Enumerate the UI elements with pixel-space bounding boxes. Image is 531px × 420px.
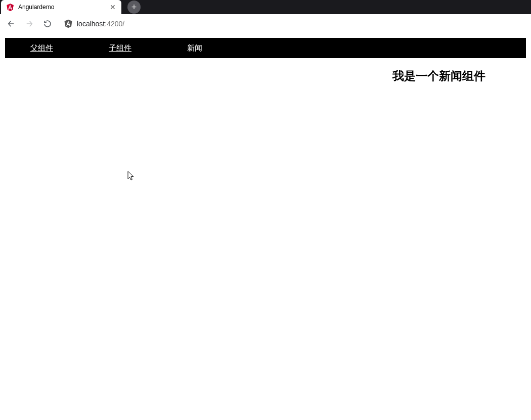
- reload-button[interactable]: [40, 17, 55, 31]
- forward-button[interactable]: [22, 17, 36, 31]
- nav-link-child[interactable]: 子组件: [109, 43, 131, 53]
- nav-link-parent[interactable]: 父组件: [30, 43, 53, 53]
- app-container: 父组件 子组件 新闻 我是一个新闻组件: [5, 38, 526, 84]
- url-text: localhost:4200/: [77, 20, 124, 28]
- url-host: localhost: [77, 20, 105, 28]
- browser-tab[interactable]: Angulardemo ✕: [1, 0, 121, 14]
- content-heading: 我是一个新闻组件: [392, 68, 485, 84]
- plus-icon: +: [131, 3, 137, 12]
- arrow-left-icon: [7, 19, 16, 28]
- nav-header: 父组件 子组件 新闻: [5, 38, 526, 58]
- angular-favicon-icon: [6, 3, 14, 11]
- nav-link-news[interactable]: 新闻: [187, 43, 202, 53]
- mouse-cursor-icon: [127, 171, 136, 182]
- site-info-icon[interactable]: [64, 19, 73, 28]
- tab-bar: Angulardemo ✕ +: [0, 0, 531, 14]
- tab-close-icon[interactable]: ✕: [109, 4, 116, 11]
- url-port: :4200: [105, 20, 122, 28]
- new-tab-button[interactable]: +: [127, 1, 141, 14]
- back-button[interactable]: [4, 17, 18, 31]
- reload-icon: [43, 19, 52, 28]
- tab-title: Angulardemo: [18, 4, 105, 11]
- address-bar-row: localhost:4200/: [0, 14, 531, 33]
- address-bar[interactable]: localhost:4200/: [59, 17, 527, 31]
- page-content: 父组件 子组件 新闻 我是一个新闻组件: [0, 33, 531, 84]
- url-path: /: [122, 20, 124, 28]
- content-area: 我是一个新闻组件: [5, 58, 526, 84]
- browser-chrome: Angulardemo ✕ +: [0, 0, 531, 33]
- arrow-right-icon: [25, 19, 34, 28]
